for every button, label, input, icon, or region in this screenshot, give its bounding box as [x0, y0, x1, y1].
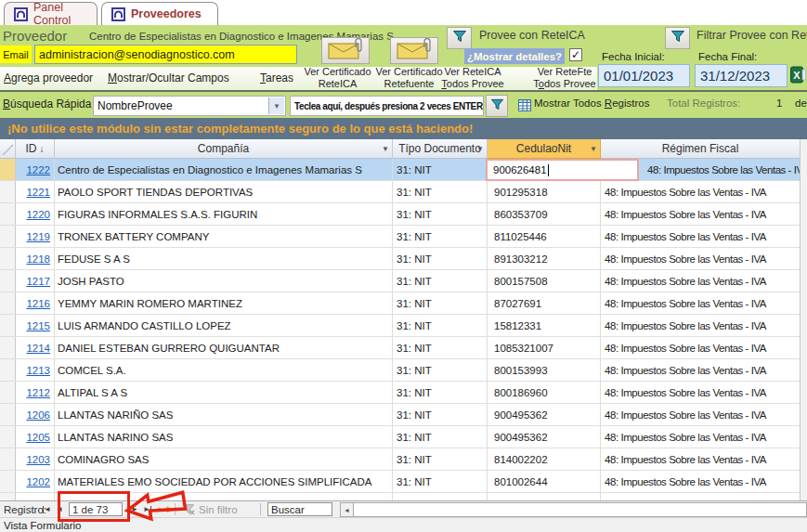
fecha-final-field[interactable]: 31/12/2023 — [695, 64, 787, 87]
row-id-link[interactable]: 1216 — [26, 298, 50, 309]
cell-tipo[interactable]: 31: NIT — [393, 248, 488, 269]
cell-regimen[interactable]: 48: Impuestos Sobre las Ventas - IVA — [601, 404, 800, 425]
cell-nit[interactable]: 15812331 — [488, 315, 601, 336]
cell-tipo[interactable]: 31: NIT — [393, 337, 488, 358]
record-selector[interactable] — [0, 426, 16, 448]
column-header-regimen-fiscal[interactable]: Régimen Fiscal — [601, 139, 800, 159]
column-header-tipo-documento[interactable]: Típo Documento▼ — [393, 139, 488, 159]
cell-nit[interactable]: 800186960 — [488, 382, 601, 403]
cell-nit[interactable]: 87027691 — [488, 292, 601, 314]
previous-record-button[interactable]: ◄ — [56, 501, 63, 517]
ver-reteica-todos-button[interactable]: Ver ReteICA Todos Provee — [439, 66, 506, 89]
row-id-link[interactable]: 1222 — [26, 164, 50, 175]
cell-nit[interactable]: 801002644 — [488, 471, 601, 492]
table-row[interactable]: 1219 TRONEX BATTERY COMPANY 31: NIT 8110… — [0, 226, 807, 248]
cell-tipo[interactable]: 31: NIT — [393, 493, 488, 500]
table-row[interactable]: 1212 ALTIPAL S A S 31: NIT 800186960 48:… — [0, 382, 807, 404]
scroll-left-button[interactable]: ◄ — [341, 503, 354, 516]
record-selector[interactable] — [0, 315, 16, 336]
cell-regimen[interactable]: 48: Impuestos Sobre las Ventas - IVA — [601, 382, 800, 403]
row-id-link[interactable]: 1221 — [26, 187, 50, 198]
cell-nit[interactable]: 814002202 — [488, 448, 601, 470]
cell-company[interactable]: DANIEL ESTEBAN GURRERO QUIGUANTAR — [55, 337, 393, 358]
cell-tipo[interactable]: 31: NIT — [393, 203, 488, 225]
cell-regimen[interactable]: 48: Impuestos Sobre las Ventas - IVA — [601, 448, 800, 470]
filter-arrow-icon[interactable]: ▼ — [590, 145, 597, 153]
table-row[interactable]: 1218 FEDUSE S A S 31: NIT 891303212 48: … — [0, 248, 807, 270]
table-row[interactable]: 1205 LLANTAS NARINO SAS 31: NIT 90049536… — [0, 426, 807, 448]
record-selector[interactable] — [0, 382, 16, 403]
cell-regimen[interactable]: 48: Impuestos Sobre las Ventas - IVA — [601, 181, 800, 202]
record-selector[interactable] — [0, 337, 16, 358]
cell-company[interactable]: YEMMY MARIN ROMERO MARTINEZ — [55, 292, 393, 314]
filter-provee-ret-button[interactable] — [665, 27, 690, 49]
cell-tipo[interactable]: 31: NIT — [393, 181, 488, 202]
row-id-link[interactable]: 1218 — [26, 253, 50, 265]
mostrar-detalles-checkbox[interactable]: ✓ — [569, 48, 582, 61]
chevron-down-icon[interactable]: ▼ — [268, 97, 284, 114]
buscar-input[interactable]: Buscar — [267, 502, 332, 516]
horizontal-scrollbar[interactable]: ◄ — [340, 502, 807, 517]
cell-nit[interactable]: 891303212 — [488, 248, 601, 269]
cell-tipo[interactable]: 31: NIT — [393, 292, 488, 314]
record-selector[interactable] — [0, 159, 16, 180]
table-row[interactable]: 1220 FIGURAS INFORMALES S.A.S. FIGURIN 3… — [0, 203, 807, 226]
row-id-link[interactable]: 1217 — [26, 276, 50, 287]
send-certificate-reteica-button[interactable] — [321, 37, 370, 64]
cell-tipo[interactable]: 31: NIT — [393, 404, 488, 425]
row-id-link[interactable]: 1219 — [26, 231, 50, 242]
cell-company[interactable]: COMINAGRO SAS — [55, 448, 393, 470]
record-selector[interactable] — [0, 359, 16, 381]
cell-company[interactable]: LLANTAS NARINO SAS — [55, 426, 393, 448]
first-record-button[interactable]: ◄ — [43, 501, 51, 517]
row-id-link[interactable]: 1203 — [26, 454, 50, 465]
cell-company[interactable]: ALTIPAL S A S — [55, 382, 393, 403]
row-id-link[interactable]: 1214 — [26, 343, 50, 354]
next-record-button[interactable]: ► — [131, 501, 138, 517]
cell-nit[interactable]: 860353709 — [488, 203, 601, 225]
cell-regimen[interactable]: 48: Impuestos Sobre las Ventas - IVA — [601, 315, 800, 336]
cell-nit[interactable]: 811025446 — [488, 226, 601, 247]
new-record-button[interactable]: ►✱ — [157, 501, 171, 517]
record-selector[interactable] — [0, 181, 16, 202]
cell-nit[interactable]: 900626481 — [488, 159, 601, 180]
nit-edit-box[interactable]: 900626481 — [486, 159, 639, 181]
row-id-link[interactable]: 1206 — [26, 409, 50, 421]
ver-retefte-todos-button[interactable]: Ver ReteFte Todos Provee — [531, 66, 598, 89]
sin-filtro-button[interactable]: Sin filtro — [199, 501, 238, 517]
table-row[interactable]: 1215 LUIS ARMANDO CASTILLO LOPEZ 31: NIT… — [0, 315, 807, 337]
cell-company[interactable]: TRONEX BATTERY COMPANY — [55, 226, 393, 247]
record-selector[interactable] — [0, 203, 16, 225]
email-field[interactable]: administracion@senodiagnostico.com — [34, 45, 297, 64]
table-row[interactable]: 1206 LLANTAS NARIÑO SAS 31: NIT 90049536… — [0, 404, 807, 426]
cell-regimen[interactable]: 48: Impuestos Sobre las Ventas - IVA — [601, 292, 800, 314]
record-selector[interactable] — [0, 448, 16, 470]
table-row[interactable]: 1203 COMINAGRO SAS 31: NIT 814002202 48:… — [0, 448, 807, 471]
mostrar-ocultar-campos-button[interactable]: Mostrar/Ocultar Campos — [108, 71, 229, 84]
cell-company[interactable]: MATERIALES EMO SOCIEDAD POR ACCIONES SIM… — [55, 471, 393, 492]
cell-nit[interactable]: 800157508 — [488, 270, 601, 292]
cell-tipo[interactable]: 31: NIT — [393, 226, 488, 247]
cell-tipo[interactable]: 31: NIT — [393, 270, 488, 292]
column-header-company[interactable]: Compañía▼ — [55, 139, 393, 159]
cell-nit[interactable]: 900495362 — [488, 404, 601, 425]
search-field-select[interactable]: NombreProvee ▼ — [93, 96, 286, 116]
row-id-link[interactable]: 1220 — [26, 209, 50, 220]
select-all-corner[interactable] — [0, 139, 16, 159]
cell-company[interactable]: LUIS ARMANDO CASTILLO LOPEZ — [55, 315, 393, 336]
apply-search-filter-button[interactable] — [486, 95, 508, 117]
cell-company[interactable]: MILENIO SERVITECAS — [55, 493, 393, 500]
cell-company[interactable]: Centro de Especialistas en Diagnostico e… — [55, 159, 393, 180]
cell-tipo[interactable]: 31: NIT — [393, 359, 488, 381]
send-certificate-retefuente-button[interactable] — [390, 37, 438, 64]
record-selector[interactable] — [0, 248, 16, 269]
vertical-scrollbar[interactable] — [800, 139, 807, 500]
cell-tipo[interactable]: 31: NIT — [393, 159, 488, 180]
cell-company[interactable]: COMCEL S.A. — [55, 359, 393, 381]
cell-tipo[interactable]: 31: NIT — [393, 471, 488, 492]
record-selector[interactable] — [0, 493, 16, 500]
record-selector[interactable] — [0, 292, 16, 314]
last-record-button[interactable]: ► — [143, 501, 151, 517]
cell-regimen[interactable]: 48: Impuestos Sobre las Ventas - IVA — [601, 226, 800, 247]
table-row[interactable]: 1214 DANIEL ESTEBAN GURRERO QUIGUANTAR 3… — [0, 337, 807, 359]
